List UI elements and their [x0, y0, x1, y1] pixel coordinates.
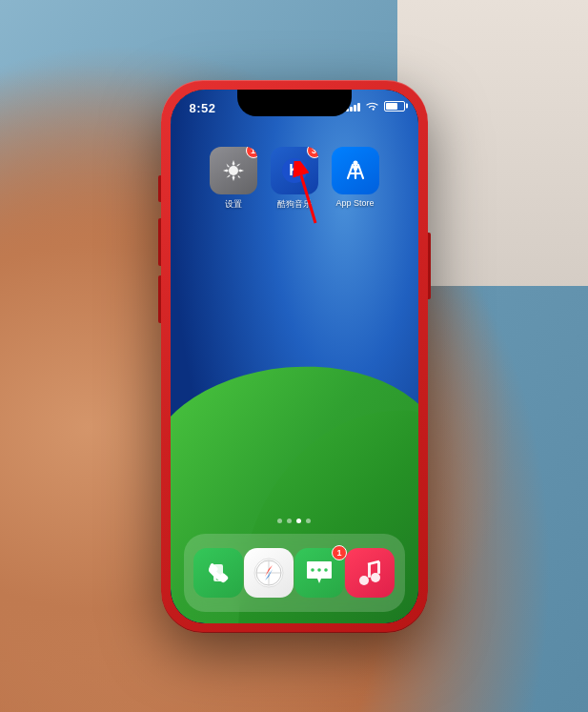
safari-dock-icon [244, 548, 294, 598]
scene: 8:52 [0, 0, 588, 712]
dock: 1 [184, 534, 405, 612]
svg-rect-20 [368, 563, 371, 578]
svg-point-16 [317, 568, 321, 572]
svg-line-7 [301, 175, 315, 223]
notch [237, 90, 352, 116]
phone-body: 8:52 [161, 80, 428, 633]
annotation-arrow [292, 161, 339, 232]
mute-button[interactable] [158, 175, 161, 202]
dock-item-music[interactable] [345, 548, 395, 598]
dock-item-messages[interactable]: 1 [294, 548, 344, 598]
page-dot-3 [296, 519, 301, 523]
phone-screen: 8:52 [171, 90, 418, 623]
battery-icon [384, 101, 405, 112]
music-dock-icon [345, 548, 395, 598]
phone-icon-svg [203, 558, 233, 588]
music-svg [355, 558, 385, 588]
volume-down-button[interactable] [158, 275, 161, 323]
dock-item-safari[interactable] [244, 548, 294, 598]
appstore-label: App Store [335, 198, 374, 208]
svg-point-15 [311, 568, 314, 572]
page-dot-2 [287, 519, 292, 523]
volume-up-button[interactable] [158, 218, 161, 266]
status-time: 8:52 [190, 101, 216, 115]
phone-wrapper: 8:52 [161, 80, 428, 633]
screen-content: 8:52 [171, 90, 418, 623]
status-right [346, 101, 405, 112]
appstore-svg [340, 155, 371, 186]
power-button[interactable] [428, 233, 431, 299]
safari-svg [252, 556, 286, 590]
page-dot-1 [277, 519, 282, 523]
gear-svg [219, 156, 248, 185]
svg-point-18 [359, 576, 369, 585]
dock-item-phone[interactable] [193, 548, 243, 598]
page-dots [171, 519, 418, 523]
svg-point-19 [371, 573, 380, 582]
svg-point-17 [324, 568, 328, 572]
page-dot-4 [306, 519, 311, 523]
settings-label: 设置 [225, 198, 242, 211]
messages-dock-icon: 1 [294, 548, 344, 598]
messages-svg [303, 557, 335, 589]
wifi-icon [365, 101, 379, 112]
settings-icon: 1 [210, 147, 257, 194]
svg-point-0 [229, 166, 238, 175]
battery-fill [386, 103, 398, 110]
svg-rect-21 [377, 561, 380, 574]
messages-badge: 1 [332, 545, 347, 560]
phone-dock-icon [193, 548, 243, 598]
app-item-settings[interactable]: 1 设置 [210, 147, 257, 211]
arrow-svg [292, 161, 339, 228]
